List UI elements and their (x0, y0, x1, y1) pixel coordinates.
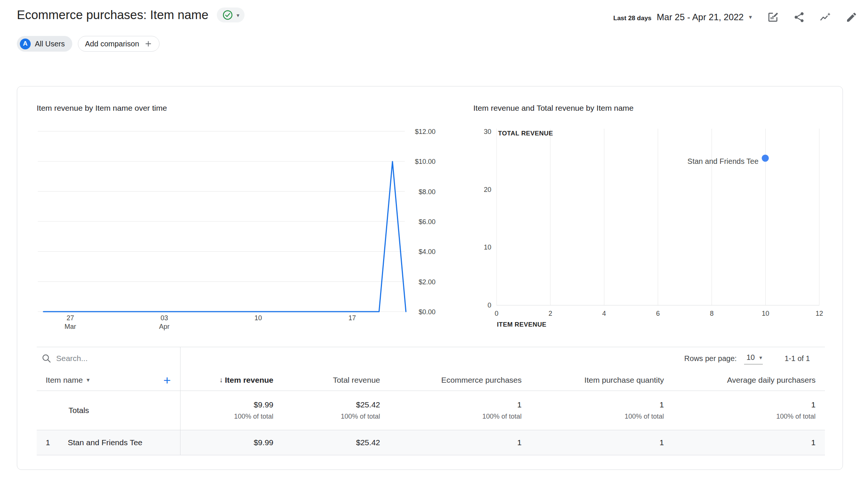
insights-button[interactable] (817, 9, 834, 25)
totals-item-revenue: $9.99 100% of total (180, 400, 273, 421)
y-tick-label: 30 (484, 128, 491, 135)
dimension-header-label: Item name (46, 376, 83, 385)
y-tick-label: 10 (484, 244, 491, 251)
search-icon (42, 354, 51, 363)
rows-per-page-value: 10 (746, 353, 755, 362)
add-column-button[interactable]: + (163, 374, 171, 386)
data-table: Rows per page: 10 ▾ 1-1 of 1 Item name ▾… (37, 347, 825, 455)
chip-label: All Users (35, 40, 65, 48)
insights-icon (819, 11, 831, 23)
search-input[interactable] (56, 354, 150, 363)
x-tick-label: 2 (549, 310, 552, 317)
chevron-down-icon: ▾ (237, 12, 240, 18)
y-tick-label: 0 (488, 302, 491, 309)
share-icon (793, 11, 805, 23)
totals-row: Totals $9.99 100% of total $25.42 100% o… (37, 391, 825, 430)
data-quality-badge[interactable]: ▾ (217, 7, 245, 22)
table-search[interactable] (37, 354, 150, 363)
y-tick-label: $6.00 (419, 218, 435, 226)
comparison-avatar: A (20, 39, 31, 49)
x-tick-label: 10 (762, 310, 769, 317)
totals-ecommerce-purchases: 1 100% of total (380, 400, 522, 421)
x-tick-label: 03 (161, 314, 168, 322)
totals-total-revenue: $25.42 100% of total (273, 400, 380, 421)
cell-item-purchase-quantity: 1 (522, 438, 664, 447)
x-tick-label: 10 (255, 314, 262, 322)
page-title: Ecommerce purchases: Item name (17, 8, 209, 22)
header-toolbar: Last 28 days Mar 25 - Apr 21, 2022 ▾ (613, 9, 860, 25)
column-header-ecommerce-purchases[interactable]: Ecommerce purchases (380, 376, 522, 385)
column-divider (180, 347, 180, 455)
scatter-point[interactable] (762, 155, 769, 162)
date-range-picker[interactable]: Last 28 days Mar 25 - Apr 21, 2022 ▾ (613, 12, 752, 22)
revenue-line (43, 162, 406, 312)
cell-ecommerce-purchases: 1 (380, 438, 522, 447)
pencil-icon (846, 11, 858, 23)
x-tick-label: Apr (159, 323, 170, 330)
edit-report-button[interactable] (843, 9, 860, 25)
chevron-down-icon: ▾ (749, 14, 752, 20)
column-header-average-daily-purchasers[interactable]: Average daily purchasers (664, 376, 816, 385)
y-tick-label: 20 (484, 186, 491, 193)
totals-item-purchase-quantity: 1 100% of total (522, 400, 664, 421)
dimension-header[interactable]: Item name ▾ (46, 376, 89, 385)
rows-per-page-label: Rows per page: (684, 354, 737, 363)
scatter-point-label: Stan and Friends Tee (688, 157, 759, 165)
customize-chart-icon (767, 11, 779, 23)
x-tick-label: 8 (710, 310, 714, 317)
table-row[interactable]: 1 Stan and Friends Tee $9.99 $25.42 1 1 … (37, 430, 825, 455)
column-header-item-revenue[interactable]: ↓ Item revenue (180, 376, 273, 385)
x-tick-label: 27 (67, 314, 74, 322)
totals-average-daily-purchasers: 1 100% of total (664, 400, 816, 421)
y-axis-title: TOTAL REVENUE (498, 130, 553, 137)
y-tick-label: $4.00 (419, 248, 435, 256)
sort-descending-icon: ↓ (219, 376, 223, 384)
x-axis-title: ITEM REVENUE (497, 321, 546, 328)
line-chart[interactable]: $0.00$2.00$4.00$6.00$8.00$10.00$12.0027M… (23, 126, 446, 337)
table-header-row: Item name ▾ + ↓ Item revenue Total reven… (37, 370, 825, 391)
x-tick-label: 17 (349, 314, 356, 322)
scatter-chart[interactable]: 0246810120102030TOTAL REVENUEITEM REVENU… (476, 126, 839, 337)
x-tick-label: Mar (64, 323, 76, 330)
cell-total-revenue: $25.42 (273, 438, 380, 447)
y-tick-label: $10.00 (415, 158, 435, 165)
x-tick-label: 4 (602, 310, 606, 317)
table-toolbar: Rows per page: 10 ▾ 1-1 of 1 (37, 347, 825, 370)
comparison-chips: A All Users Add comparison (17, 36, 160, 52)
plus-icon (144, 40, 152, 48)
pagination-info: 1-1 of 1 (784, 354, 810, 363)
date-range-preset: Last 28 days (613, 15, 652, 22)
cell-item-revenue: $9.99 (180, 438, 273, 447)
y-tick-label: $2.00 (419, 278, 435, 286)
x-tick-label: 6 (656, 310, 660, 317)
y-tick-label: $0.00 (419, 308, 435, 316)
customize-report-button[interactable] (765, 9, 781, 25)
add-comparison-chip[interactable]: Add comparison (78, 36, 160, 52)
x-tick-label: 12 (816, 310, 823, 317)
row-index: 1 (46, 438, 68, 447)
x-tick-label: 0 (495, 310, 498, 317)
line-chart-title: Item revenue by Item name over time (37, 104, 167, 113)
column-header-total-revenue[interactable]: Total revenue (273, 376, 380, 385)
pagination-controls: Rows per page: 10 ▾ 1-1 of 1 (684, 352, 810, 364)
y-tick-label: $8.00 (419, 188, 435, 196)
chip-label: Add comparison (85, 40, 139, 48)
report-card: Item revenue by Item name over time Item… (17, 86, 843, 470)
totals-label: Totals (37, 406, 180, 415)
report-header: Ecommerce purchases: Item name ▾ (17, 7, 245, 22)
chevron-down-icon: ▾ (759, 355, 762, 360)
column-header-item-purchase-quantity[interactable]: Item purchase quantity (522, 376, 664, 385)
check-circle-icon (222, 9, 233, 21)
rows-per-page-select[interactable]: 10 ▾ (744, 352, 763, 364)
y-tick-label: $12.00 (415, 128, 435, 135)
date-range-value: Mar 25 - Apr 21, 2022 (657, 12, 744, 22)
share-report-button[interactable] (791, 9, 807, 25)
scatter-chart-title: Item revenue and Total revenue by Item n… (473, 104, 634, 113)
cell-average-daily-purchasers: 1 (664, 438, 816, 447)
item-name: Stan and Friends Tee (68, 438, 142, 447)
all-users-chip[interactable]: A All Users (17, 36, 72, 52)
chevron-down-icon: ▾ (87, 377, 89, 383)
